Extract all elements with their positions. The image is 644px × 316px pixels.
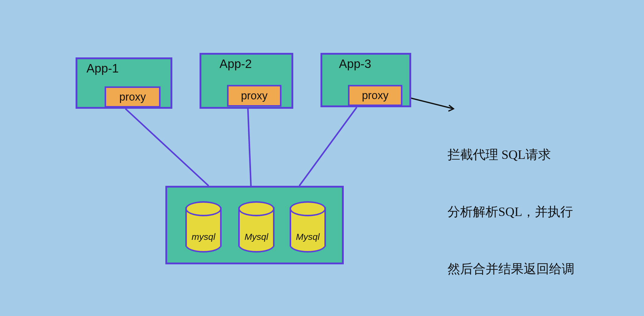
db-cluster-box: mysql Mysql Mysql (165, 186, 344, 264)
diagram-canvas: App-1 proxy App-2 proxy App-3 proxy mysq… (0, 0, 644, 316)
db-label-2: Mysql (238, 232, 275, 242)
svg-line-2 (299, 107, 357, 186)
annotation-line-2: 分析解析SQL，并执行 (447, 202, 574, 221)
db-cylinder-1: mysql (185, 201, 222, 253)
annotation-line-1: 拦截代理 SQL请求 (447, 145, 574, 164)
db-label-1: mysql (185, 232, 222, 242)
app-label-2: App-2 (220, 57, 252, 71)
annotation-line-3: 然后合并结果返回给调 (447, 260, 574, 279)
proxy-box-1: proxy (105, 86, 161, 108)
proxy-box-3: proxy (348, 85, 402, 106)
app-box-2: App-2 proxy (200, 53, 293, 109)
svg-line-0 (125, 109, 209, 186)
db-cylinder-3: Mysql (290, 201, 326, 253)
annotation-text: 拦截代理 SQL请求 分析解析SQL，并执行 然后合并结果返回给调 用者 (447, 107, 574, 316)
app-box-3: App-3 proxy (320, 53, 411, 107)
db-label-3: Mysql (290, 232, 326, 242)
app-label-1: App-1 (86, 62, 119, 75)
app-label-3: App-3 (339, 57, 371, 71)
db-cylinder-2: Mysql (238, 201, 275, 253)
app-box-1: App-1 proxy (76, 57, 172, 109)
svg-line-3 (405, 97, 454, 109)
proxy-box-2: proxy (227, 85, 281, 107)
svg-line-1 (248, 109, 251, 186)
